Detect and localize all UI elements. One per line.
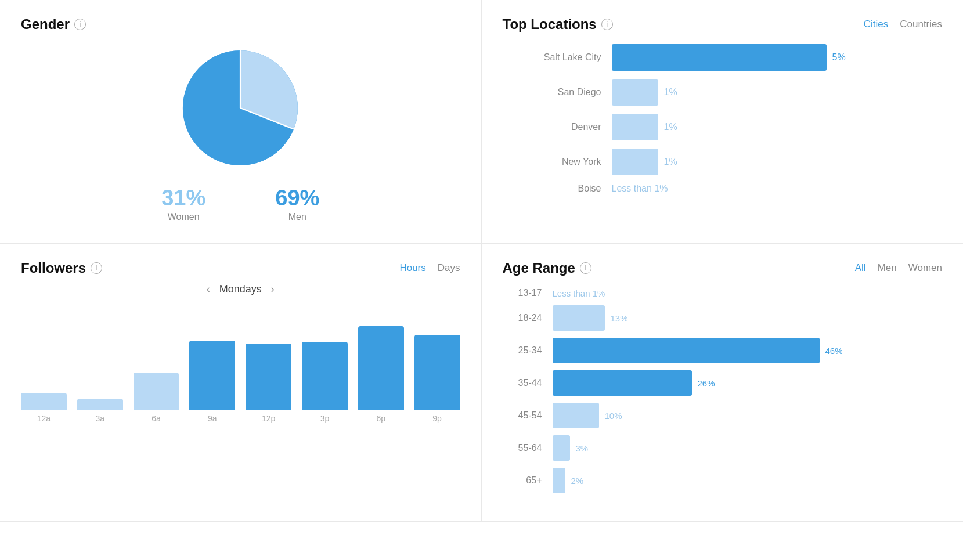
followers-info-icon[interactable]: i xyxy=(91,262,102,274)
age-pct: 3% xyxy=(576,443,589,453)
location-pct: Less than 1% xyxy=(612,183,668,194)
age-pct: 10% xyxy=(605,411,622,421)
bar-rect xyxy=(77,399,123,410)
location-row: Denver1% xyxy=(526,114,943,140)
age-range-panel: Age Range i All Men Women 13-17Less than… xyxy=(482,244,964,522)
bar-rect xyxy=(246,344,291,410)
age-bar xyxy=(553,435,570,461)
prev-day-button[interactable]: ‹ xyxy=(207,283,210,295)
followers-tabs: Hours Days xyxy=(399,262,460,274)
tab-all[interactable]: All xyxy=(855,262,866,274)
bar-rect xyxy=(302,342,348,410)
tab-cities[interactable]: Cities xyxy=(864,19,889,30)
age-range-label: 13-17 xyxy=(508,288,542,298)
age-range-label: 18-24 xyxy=(508,313,542,323)
location-bar xyxy=(612,79,658,106)
location-name: Salt Lake City xyxy=(526,52,601,63)
location-row: San Diego1% xyxy=(526,79,943,106)
age-info-icon[interactable]: i xyxy=(580,262,591,274)
location-name: Boise xyxy=(526,183,601,194)
age-tabs: All Men Women xyxy=(855,262,942,274)
gender-panel: Gender i xyxy=(0,0,482,244)
age-row: 45-5410% xyxy=(508,403,943,428)
locations-header: Top Locations i Cities Countries xyxy=(503,16,943,32)
locations-title: Top Locations xyxy=(503,16,597,32)
bar-x-label: 3p xyxy=(320,414,330,423)
age-bar-wrap: 3% xyxy=(553,435,943,461)
women-label: Women xyxy=(168,212,200,222)
age-bar-wrap: 46% xyxy=(553,338,943,363)
bar-rect xyxy=(358,326,404,410)
bar-x-label: 3a xyxy=(95,414,104,423)
location-bar-wrap: 5% xyxy=(612,44,943,71)
location-pct: 1% xyxy=(664,87,677,97)
location-bar-wrap: 1% xyxy=(612,114,943,140)
gender-title: Gender xyxy=(21,16,70,32)
location-row: New York1% xyxy=(526,149,943,175)
age-row: 18-2413% xyxy=(508,305,943,331)
next-day-button[interactable]: › xyxy=(271,283,275,295)
gender-info-icon[interactable]: i xyxy=(74,19,86,30)
location-name: New York xyxy=(526,157,601,167)
location-bar-wrap: 1% xyxy=(612,149,943,175)
age-row: 13-17Less than 1% xyxy=(508,288,943,298)
age-bar-wrap: 13% xyxy=(553,305,943,331)
women-pct: 31% xyxy=(161,186,205,211)
bar-column: 3p xyxy=(302,342,348,423)
bar-x-label: 6a xyxy=(152,414,161,423)
top-locations-panel: Top Locations i Cities Countries Salt La… xyxy=(482,0,964,244)
tab-hours[interactable]: Hours xyxy=(399,262,425,274)
age-title: Age Range xyxy=(503,260,575,276)
bar-column: 9p xyxy=(414,335,460,423)
bar-rect xyxy=(21,393,67,410)
pie-svg-overlay xyxy=(176,44,304,172)
bar-x-label: 6p xyxy=(376,414,385,423)
followers-panel: Followers i Hours Days ‹ Mondays › 12a3a… xyxy=(0,244,482,522)
gender-men: 69% Men xyxy=(275,186,319,222)
bar-x-label: 9p xyxy=(432,414,442,423)
current-day-label: Mondays xyxy=(219,283,262,295)
age-bar-wrap: 26% xyxy=(553,370,943,396)
tab-women[interactable]: Women xyxy=(908,262,942,274)
followers-header: Followers i Hours Days xyxy=(21,260,460,276)
bar-column: 6p xyxy=(358,326,404,423)
age-range-label: 65+ xyxy=(508,475,542,486)
bar-x-label: 9a xyxy=(208,414,217,423)
age-row: 55-643% xyxy=(508,435,943,461)
gender-body: 31% Women 69% Men xyxy=(21,44,460,222)
age-row: 35-4426% xyxy=(508,370,943,396)
tab-countries[interactable]: Countries xyxy=(900,19,942,30)
age-range-label: 25-34 xyxy=(508,345,542,356)
locations-info-icon[interactable]: i xyxy=(601,19,613,30)
gender-stats: 31% Women 69% Men xyxy=(21,186,460,222)
age-bar-wrap: 2% xyxy=(553,468,943,493)
age-pct: 13% xyxy=(611,313,628,323)
bar-rect xyxy=(189,341,235,410)
location-bar xyxy=(612,149,658,175)
age-bar xyxy=(553,468,565,493)
tab-men[interactable]: Men xyxy=(878,262,897,274)
bar-column: 12p xyxy=(246,344,291,423)
age-body: 13-17Less than 1%18-2413%25-3446%35-4426… xyxy=(503,288,943,493)
men-label: Men xyxy=(288,212,306,222)
age-range-label: 35-44 xyxy=(508,378,542,388)
bar-rect xyxy=(414,335,460,410)
bar-column: 12a xyxy=(21,393,67,423)
location-bar-wrap: 1% xyxy=(612,79,943,106)
men-pct: 69% xyxy=(275,186,319,211)
gender-pie-chart xyxy=(176,44,304,172)
age-pct: 46% xyxy=(825,346,843,356)
location-pct: 1% xyxy=(664,122,677,132)
age-header: Age Range i All Men Women xyxy=(503,260,943,276)
bar-column: 6a xyxy=(134,373,179,423)
followers-bar-chart: 12a3a6a9a12p3p6p9p xyxy=(21,307,460,423)
locations-tabs: Cities Countries xyxy=(864,19,942,30)
age-bar xyxy=(553,338,820,363)
age-pct: Less than 1% xyxy=(553,288,605,298)
bar-column: 3a xyxy=(77,399,123,423)
followers-title: Followers xyxy=(21,260,86,276)
tab-days[interactable]: Days xyxy=(438,262,460,274)
bar-x-label: 12p xyxy=(262,414,275,423)
bar-column: 9a xyxy=(189,341,235,423)
location-pct: 1% xyxy=(664,157,677,167)
